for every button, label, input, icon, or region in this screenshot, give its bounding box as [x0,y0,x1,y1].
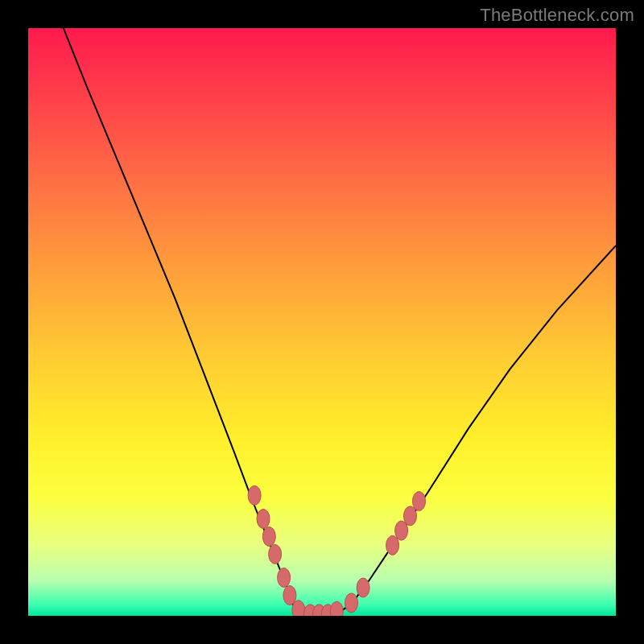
curve-marker [413,492,426,511]
curve-markers [248,485,425,616]
curve-marker [357,578,369,597]
curve-marker [248,485,261,505]
curve-marker [257,510,270,529]
curve-marker [345,593,358,613]
plot-area [28,28,616,616]
chart-frame: TheBottleneck.com [0,0,644,644]
bottleneck-curve-svg [28,28,616,616]
curve-marker [330,601,343,616]
curve-marker [262,527,275,547]
curve-marker [292,601,305,616]
curve-marker [404,506,417,526]
bottleneck-curve-path [64,28,616,616]
curve-marker [269,544,282,564]
watermark-label: TheBottleneck.com [480,5,634,26]
curve-marker [386,535,399,555]
curve-marker [278,568,291,588]
